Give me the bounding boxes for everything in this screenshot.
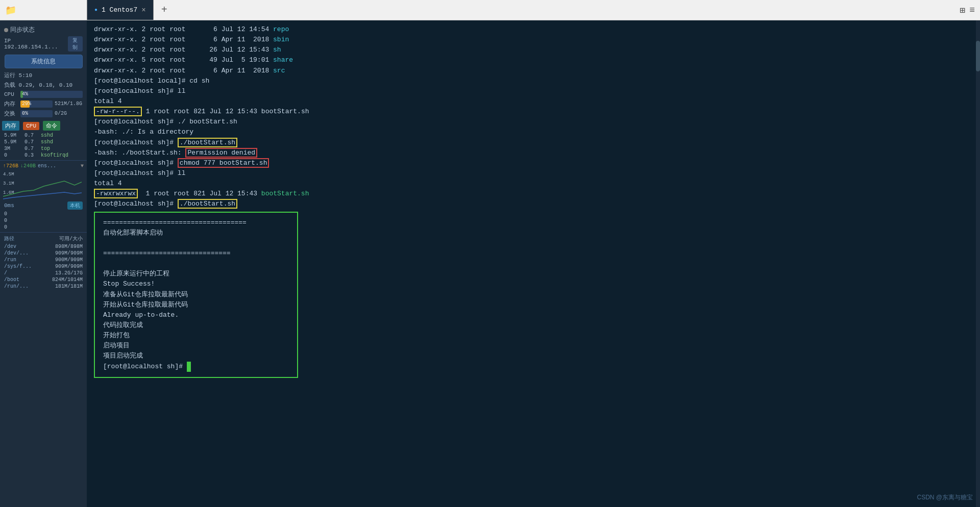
mem-pct-text: 29% [22,100,31,108]
uptime-row: 运行 5:10 [0,70,87,80]
proc-name-4: ksoftirqd [41,153,83,158]
disk-row-6: /boot 824M/1014M [0,276,87,283]
term-link-repo: repo [273,26,289,33]
folder-icon: 📁 [5,5,16,16]
mem-detail: 521M/1.8G [55,101,83,107]
proc-cpu-1: 0.7 [24,133,39,138]
disk-avail-7: 181M/181M [27,284,83,289]
local-label: 本机 [67,201,83,210]
swap-label: 交换 [4,110,18,117]
disk-path-2: /dev/... [4,250,24,256]
proc-row-2: 5.9M 0.7 sshd [2,139,85,145]
term-file-line-2: -rwxrwxrwx 1 root root 821 Jul 12 15:43 … [94,189,973,199]
uptime-label: 运行 5:10 [4,72,32,79]
disk-path-4: /sys/f... [4,264,24,269]
top-bar-left: 📁 [0,5,87,16]
net-row: ↑726B ↓240B ens... ▼ [0,162,87,170]
green-line-prompt: [root@localhost sh]# [103,362,289,372]
term-line-6: [root@localhost local]# cd sh [94,76,973,86]
term-line-8: total 4 [94,96,973,107]
term-link-sbin: sbin [273,36,289,43]
term-line-2: drwxr-xr-x. 2 root root 6 Apr 11 2018 sb… [94,35,973,45]
disk-avail-5: 13.2G/17G [27,270,83,276]
green-line-2 [103,238,289,248]
green-line-0: ==================================== [103,218,289,228]
chart-label-bot: 1.6M [3,190,14,195]
term-line-9: [root@localhost sh]# ./ bootStart.sh [94,117,973,127]
cpu-pct-text: 4% [22,91,28,98]
ping-row: 0ms 本机 [0,200,87,211]
green-output-block: ==================================== 自动化… [94,212,298,378]
swap-bar: 0% [20,110,53,117]
disk-row-2: /dev/... 909M/909M [0,250,87,257]
green-line-4 [103,259,289,269]
disk-header: 路径 可用/大小 [0,234,87,243]
green-line-11: 开始打包 [103,331,289,341]
disk-path-6: /boot [4,277,24,283]
disk-col-avail: 可用/大小 [29,235,83,242]
active-tab[interactable]: ● 1 Centos7 × [87,0,154,20]
terminal[interactable]: drwxr-xr-x. 2 root root 6 Jul 12 14:54 r… [87,20,980,507]
process-list: 5.9M 0.7 sshd 5.9M 0.7 sshd 3M 0.7 top 0… [0,132,87,159]
sync-status-row: 同步状态 [0,24,87,35]
term-run2-line: [root@localhost sh]# ./bootStart.sh [94,199,973,209]
sysinfo-button[interactable]: 系统信息 [5,55,83,68]
disk-row-7: /run/... 181M/181M [0,283,87,290]
tab-dot: ● [94,7,97,13]
proc-mem-3: 3M [4,146,22,151]
proc-row-4: 0 0.3 ksoftirqd [2,152,85,159]
tab-cpu[interactable]: CPU [23,122,39,130]
menu-icon[interactable]: ≡ [969,5,975,15]
green-line-6: Stop Success! [103,279,289,289]
grid-icon[interactable]: ⊞ [960,5,965,16]
green-line-12: 启动项目 [103,341,289,351]
term-line-12: total 4 [94,179,973,189]
disk-avail-4: 909M/909M [27,264,83,269]
sync-dot [4,28,8,32]
chmod-cmd-highlight: chmod 777 bootStart.sh [178,158,270,168]
green-line-7: 准备从Git仓库拉取最新代码 [103,290,289,300]
term-perm-denied-line: -bash: ./bootStart.sh: Permission denied [94,148,973,158]
cpu-label: CPU [4,91,18,97]
top-bar-tabs: ● 1 Centos7 × + [87,0,960,20]
proc-row-1: 5.9M 0.7 sshd [2,132,85,139]
process-tabs: 内存 CPU 命令 [0,119,87,132]
term-filename-2: bootStart.sh [261,190,309,197]
disk-row-1: /dev 898M/898M [0,243,87,250]
tab-cmd[interactable]: 命令 [43,121,60,131]
proc-cpu-4: 0.3 [24,153,39,158]
scrollbar[interactable] [976,20,980,507]
top-bar: 📁 ● 1 Centos7 × + ⊞ ≡ [0,0,980,20]
load-row: 负载 0.29, 0.18, 0.10 [0,80,87,90]
ip-row: IP 192.168.154.1... 复制 [0,35,87,53]
term-line-1: drwxr-xr-x. 2 root root 6 Jul 12 14:54 r… [94,24,973,35]
proc-name-1: sshd [41,133,83,138]
ping-val-3: 0 [0,224,87,231]
tab-close-button[interactable]: × [141,6,145,14]
green-line-5: 停止原来运行中的工程 [103,269,289,279]
file-perm-2-highlight: -rwxrwxrwx [94,189,138,198]
tab-mem[interactable]: 内存 [2,121,19,131]
watermark: CSDN @东离与糖宝 [917,493,973,502]
disk-path-7: /run/... [4,284,24,289]
scrollbar-thumb[interactable] [976,41,980,71]
green-line-1: 自动化部署脚本启动 [103,228,289,238]
term-file-line-1: -rw-r--r--. 1 root root 821 Jul 12 15:43… [94,107,973,117]
swap-metric-row: 交换 0% 0/2G [0,109,87,118]
disk-row-3: /run 900M/909M [0,257,87,263]
disk-row-4: /sys/f... 909M/909M [0,263,87,270]
main-layout: 同步状态 IP 192.168.154.1... 复制 系统信息 运行 5:10… [0,20,980,507]
proc-cpu-3: 0.7 [24,146,39,151]
divider-2 [0,232,87,233]
divider-1 [0,160,87,161]
proc-cpu-2: 0.7 [24,139,39,145]
file-perm-1-highlight: -rw-r--r--. [94,107,142,116]
net-name: ens... [38,163,79,169]
copy-ip-button[interactable]: 复制 [68,36,83,52]
net-up: ↑726B [3,163,18,169]
mem-bar: 29% [20,100,53,108]
green-line-9: Already up-to-date. [103,310,289,320]
disk-avail-2: 909M/909M [27,250,83,256]
new-tab-button[interactable]: + [157,3,172,18]
term-line-4: drwxr-xr-x. 5 root root 49 Jul 5 19:01 s… [94,55,973,65]
